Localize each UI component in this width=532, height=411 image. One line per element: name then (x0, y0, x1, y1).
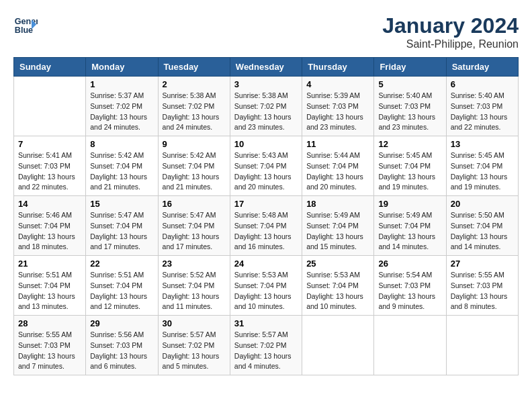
day-number: 24 (234, 259, 298, 269)
daylight-text: Daylight: 13 hours and 18 minutes. (18, 232, 75, 251)
day-number: 23 (163, 259, 226, 269)
sunset-text: Sunset: 7:04 PM (90, 162, 142, 170)
daylight-text: Daylight: 13 hours and 4 minutes. (234, 352, 292, 371)
day-info: Sunrise: 5:46 AM Sunset: 7:04 PM Dayligh… (18, 210, 81, 253)
sunrise-text: Sunrise: 5:42 AM (90, 151, 144, 159)
daylight-text: Daylight: 13 hours and 11 minutes. (163, 292, 220, 311)
sunset-text: Sunset: 7:04 PM (234, 281, 287, 289)
day-info: Sunrise: 5:57 AM Sunset: 7:02 PM Dayligh… (163, 330, 226, 372)
sunset-text: Sunset: 7:04 PM (163, 281, 215, 289)
sunset-text: Sunset: 7:04 PM (90, 281, 142, 289)
sunrise-text: Sunrise: 5:56 AM (90, 330, 144, 338)
day-info: Sunrise: 5:39 AM Sunset: 7:03 PM Dayligh… (306, 91, 369, 133)
calendar-week-1: 7 Sunrise: 5:41 AM Sunset: 7:03 PM Dayli… (14, 136, 519, 196)
sunset-text: Sunset: 7:02 PM (234, 341, 287, 349)
calendar-cell: 20 Sunrise: 5:50 AM Sunset: 7:04 PM Dayl… (446, 196, 518, 256)
sunrise-text: Sunrise: 5:47 AM (90, 211, 144, 219)
sunset-text: Sunset: 7:04 PM (378, 222, 431, 230)
daylight-text: Daylight: 13 hours and 20 minutes. (234, 173, 292, 191)
sunset-text: Sunset: 7:03 PM (90, 341, 142, 349)
daylight-text: Daylight: 13 hours and 6 minutes. (90, 352, 147, 371)
daylight-text: Daylight: 13 hours and 15 minutes. (306, 232, 363, 251)
day-number: 18 (306, 199, 369, 209)
calendar-cell: 21 Sunrise: 5:51 AM Sunset: 7:04 PM Dayl… (14, 256, 86, 316)
day-number: 10 (234, 139, 298, 149)
logo-icon: General Blue (13, 13, 38, 38)
sunrise-text: Sunrise: 5:37 AM (90, 91, 144, 99)
sunset-text: Sunset: 7:04 PM (306, 222, 359, 230)
sunrise-text: Sunrise: 5:51 AM (18, 271, 72, 279)
day-info: Sunrise: 5:47 AM Sunset: 7:04 PM Dayligh… (90, 210, 153, 253)
sunset-text: Sunset: 7:04 PM (163, 162, 215, 170)
day-info: Sunrise: 5:43 AM Sunset: 7:04 PM Dayligh… (234, 150, 298, 193)
sunrise-text: Sunrise: 5:42 AM (163, 151, 216, 159)
sunrise-text: Sunrise: 5:57 AM (163, 330, 216, 338)
day-number: 8 (90, 139, 153, 149)
daylight-text: Daylight: 13 hours and 12 minutes. (90, 292, 147, 311)
calendar-cell (446, 316, 518, 375)
sunrise-text: Sunrise: 5:38 AM (163, 91, 216, 99)
day-info: Sunrise: 5:55 AM Sunset: 7:03 PM Dayligh… (451, 270, 514, 312)
day-info: Sunrise: 5:41 AM Sunset: 7:03 PM Dayligh… (18, 150, 81, 193)
calendar-cell: 11 Sunrise: 5:44 AM Sunset: 7:04 PM Dayl… (302, 136, 374, 196)
sunrise-text: Sunrise: 5:54 AM (378, 271, 432, 279)
day-info: Sunrise: 5:54 AM Sunset: 7:03 PM Dayligh… (378, 270, 441, 312)
sunset-text: Sunset: 7:02 PM (163, 341, 215, 349)
calendar-cell: 6 Sunrise: 5:40 AM Sunset: 7:03 PM Dayli… (446, 77, 518, 136)
day-number: 30 (163, 318, 226, 328)
daylight-text: Daylight: 13 hours and 8 minutes. (451, 292, 508, 311)
day-info: Sunrise: 5:49 AM Sunset: 7:04 PM Dayligh… (306, 210, 369, 253)
day-number: 11 (306, 139, 369, 149)
sunset-text: Sunset: 7:04 PM (306, 162, 359, 170)
sunrise-text: Sunrise: 5:40 AM (378, 91, 432, 99)
day-number: 31 (234, 318, 298, 328)
day-number: 20 (451, 199, 514, 209)
sunset-text: Sunset: 7:03 PM (306, 102, 359, 110)
daylight-text: Daylight: 13 hours and 17 minutes. (163, 232, 220, 251)
daylight-text: Daylight: 13 hours and 24 minutes. (163, 113, 220, 132)
sunrise-text: Sunrise: 5:38 AM (234, 91, 288, 99)
day-number: 26 (378, 259, 441, 269)
sunset-text: Sunset: 7:04 PM (451, 162, 503, 170)
sunrise-text: Sunrise: 5:45 AM (451, 151, 504, 159)
day-info: Sunrise: 5:45 AM Sunset: 7:04 PM Dayligh… (378, 150, 441, 193)
calendar-cell: 1 Sunrise: 5:37 AM Sunset: 7:02 PM Dayli… (86, 77, 158, 136)
daylight-text: Daylight: 13 hours and 10 minutes. (306, 292, 363, 311)
calendar-cell: 5 Sunrise: 5:40 AM Sunset: 7:03 PM Dayli… (374, 77, 446, 136)
sunrise-text: Sunrise: 5:47 AM (163, 211, 216, 219)
sunrise-text: Sunrise: 5:55 AM (18, 330, 72, 338)
header-day-wednesday: Wednesday (230, 58, 302, 77)
calendar-cell: 17 Sunrise: 5:48 AM Sunset: 7:04 PM Dayl… (230, 196, 302, 256)
calendar-cell: 7 Sunrise: 5:41 AM Sunset: 7:03 PM Dayli… (14, 136, 86, 196)
sunrise-text: Sunrise: 5:45 AM (378, 151, 432, 159)
calendar-cell: 2 Sunrise: 5:38 AM Sunset: 7:02 PM Dayli… (158, 77, 230, 136)
day-info: Sunrise: 5:38 AM Sunset: 7:02 PM Dayligh… (163, 91, 226, 133)
day-number: 6 (451, 79, 514, 89)
sunset-text: Sunset: 7:02 PM (90, 102, 142, 110)
day-number: 28 (18, 318, 81, 328)
calendar-week-0: 1 Sunrise: 5:37 AM Sunset: 7:02 PM Dayli… (14, 77, 519, 136)
calendar-cell: 9 Sunrise: 5:42 AM Sunset: 7:04 PM Dayli… (158, 136, 230, 196)
calendar-cell: 22 Sunrise: 5:51 AM Sunset: 7:04 PM Dayl… (86, 256, 158, 316)
header-day-monday: Monday (86, 58, 158, 77)
sunrise-text: Sunrise: 5:49 AM (306, 211, 360, 219)
calendar-cell: 14 Sunrise: 5:46 AM Sunset: 7:04 PM Dayl… (14, 196, 86, 256)
sunset-text: Sunset: 7:03 PM (451, 281, 503, 289)
day-number: 16 (163, 199, 226, 209)
daylight-text: Daylight: 13 hours and 10 minutes. (234, 292, 292, 311)
calendar-cell (374, 316, 446, 375)
daylight-text: Daylight: 13 hours and 19 minutes. (451, 173, 508, 191)
sunset-text: Sunset: 7:02 PM (234, 102, 287, 110)
calendar-subtitle: Saint-Philippe, Reunion (382, 38, 519, 50)
calendar-cell: 23 Sunrise: 5:52 AM Sunset: 7:04 PM Dayl… (158, 256, 230, 316)
daylight-text: Daylight: 13 hours and 20 minutes. (306, 173, 363, 191)
calendar-title: January 2024 (382, 13, 519, 38)
sunrise-text: Sunrise: 5:48 AM (234, 211, 288, 219)
day-number: 9 (163, 139, 226, 149)
header-day-tuesday: Tuesday (158, 58, 230, 77)
day-number: 29 (90, 318, 153, 328)
calendar-cell (14, 77, 86, 136)
day-info: Sunrise: 5:40 AM Sunset: 7:03 PM Dayligh… (378, 91, 441, 133)
daylight-text: Daylight: 13 hours and 23 minutes. (234, 113, 292, 132)
sunrise-text: Sunrise: 5:49 AM (378, 211, 432, 219)
